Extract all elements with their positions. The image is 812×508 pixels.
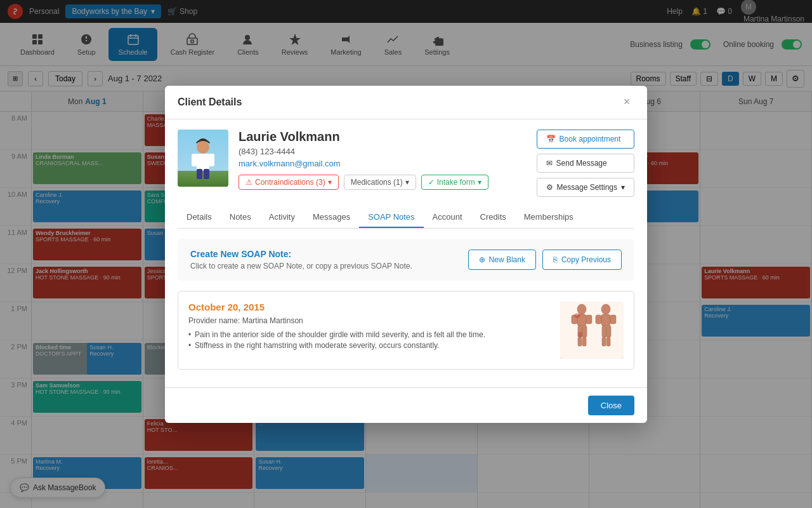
svg-point-33 — [574, 313, 580, 318]
copy-previous-button[interactable]: ⎘ Copy Previous — [542, 250, 622, 270]
svg-rect-22 — [582, 326, 587, 337]
medications-label: Medications (1) — [351, 178, 403, 187]
client-info-section: Laurie Volkmann (843) 123-4444 mark.volk… — [178, 130, 634, 197]
svg-point-10 — [197, 141, 209, 154]
svg-rect-11 — [197, 154, 209, 170]
client-actions: 📅 Book appointment ✉ Send Message ⚙ Mess… — [537, 130, 634, 197]
svg-rect-32 — [606, 337, 610, 346]
message-settings-label: Message Settings — [557, 183, 617, 192]
soap-note-item-2: Stiffness in the right hamstring with mo… — [188, 341, 550, 350]
svg-rect-29 — [602, 326, 606, 337]
modal-body: Laurie Volkmann (843) 123-4444 mark.volk… — [165, 119, 647, 387]
client-avatar-image — [178, 130, 228, 187]
modal-tabs: Details Notes Activity Messages SOAP Not… — [178, 207, 634, 229]
modal-footer: Close — [165, 387, 647, 423]
chevron-down-icon-3: ▾ — [478, 178, 481, 187]
client-tags: ⚠ Contraindications (3) ▾ Medications (1… — [239, 175, 527, 190]
message-settings-button[interactable]: ⚙ Message Settings ▾ — [537, 178, 634, 197]
tab-messages[interactable]: Messages — [304, 207, 359, 228]
svg-rect-16 — [560, 302, 624, 359]
svg-rect-20 — [586, 315, 592, 324]
intake-form-button[interactable]: ✓ Intake form ▾ — [421, 175, 488, 190]
warning-icon: ⚠ — [246, 178, 252, 187]
soap-note-provider: Provider name: Martina Martinson — [188, 316, 550, 325]
new-blank-button[interactable]: ⊕ New Blank — [468, 250, 536, 270]
soap-create-title: Create New SOAP Note: — [190, 249, 412, 259]
send-message-button[interactable]: ✉ Send Message — [537, 154, 634, 173]
modal-title: Client Details — [178, 97, 242, 108]
client-avatar — [178, 130, 228, 187]
soap-create-buttons: ⊕ New Blank ⎘ Copy Previous — [468, 250, 622, 270]
contraindications-label: Contraindications (3) — [255, 178, 325, 187]
body-diagram — [560, 302, 624, 359]
soap-note-content: October 20, 2015 Provider name: Martina … — [188, 302, 550, 359]
check-icon: ✓ — [428, 178, 435, 187]
svg-point-17 — [577, 304, 586, 314]
modal-close-button[interactable]: × — [619, 95, 634, 110]
envelope-icon: ✉ — [546, 159, 553, 168]
svg-point-25 — [601, 304, 610, 314]
svg-rect-23 — [578, 337, 582, 346]
tab-credits[interactable]: Credits — [471, 207, 515, 228]
soap-note-items: Pain in the anterior side of the shoulde… — [188, 330, 550, 350]
client-phone: (843) 123-4444 — [239, 147, 527, 156]
gear-icon: ⚙ — [546, 183, 553, 192]
svg-rect-24 — [582, 337, 586, 346]
send-message-label: Send Message — [556, 159, 607, 168]
book-appointment-button[interactable]: 📅 Book appointment — [537, 130, 634, 149]
calendar-plus-icon: 📅 — [546, 135, 556, 144]
medications-button[interactable]: Medications (1) ▾ — [344, 175, 416, 190]
svg-rect-31 — [602, 337, 606, 346]
modal-header: Client Details × — [165, 86, 647, 119]
soap-note-card[interactable]: October 20, 2015 Provider name: Martina … — [178, 291, 634, 370]
soap-note-item-1: Pain in the anterior side of the shoulde… — [188, 330, 550, 339]
soap-create-section: Create New SOAP Note: Click to create a … — [178, 239, 634, 281]
chevron-down-icon-4: ▾ — [621, 183, 625, 192]
tab-activity[interactable]: Activity — [260, 207, 304, 228]
tab-details[interactable]: Details — [178, 207, 221, 228]
svg-rect-14 — [197, 169, 202, 179]
modal-overlay: Client Details × — [0, 0, 812, 508]
svg-rect-26 — [601, 314, 610, 326]
svg-rect-15 — [204, 169, 209, 179]
svg-rect-12 — [192, 154, 198, 166]
soap-note-body-image — [560, 302, 624, 359]
tab-notes[interactable]: Notes — [221, 207, 260, 228]
tab-account[interactable]: Account — [424, 207, 471, 228]
soap-note-date: October 20, 2015 — [188, 302, 550, 312]
plus-icon: ⊕ — [479, 255, 485, 264]
close-modal-button[interactable]: Close — [588, 396, 634, 415]
client-name: Laurie Volkmann — [239, 130, 527, 144]
tab-memberships[interactable]: Memberships — [515, 207, 582, 228]
new-blank-label: New Blank — [489, 255, 525, 264]
soap-create-text: Create New SOAP Note: Click to create a … — [190, 249, 412, 271]
tab-soap-notes[interactable]: SOAP Notes — [359, 207, 423, 228]
copy-icon: ⎘ — [553, 255, 558, 264]
chevron-down-icon: ▾ — [328, 178, 332, 187]
svg-rect-9 — [178, 171, 228, 187]
intake-form-label: Intake form — [437, 178, 475, 187]
soap-create-desc: Click to create a new SOAP Note, or copy… — [190, 262, 412, 271]
svg-rect-13 — [208, 154, 214, 166]
svg-rect-34 — [578, 332, 582, 337]
contraindications-button[interactable]: ⚠ Contraindications (3) ▾ — [239, 175, 339, 190]
client-details-info: Laurie Volkmann (843) 123-4444 mark.volk… — [239, 130, 527, 190]
svg-rect-30 — [606, 326, 611, 337]
chevron-down-icon-2: ▾ — [405, 178, 409, 187]
svg-rect-28 — [610, 315, 616, 324]
book-appointment-label: Book appointment — [560, 135, 621, 144]
copy-previous-label: Copy Previous — [561, 255, 611, 264]
client-email[interactable]: mark.volkmann@gmail.com — [239, 159, 527, 168]
client-details-modal: Client Details × — [165, 86, 647, 423]
svg-rect-27 — [596, 315, 601, 324]
